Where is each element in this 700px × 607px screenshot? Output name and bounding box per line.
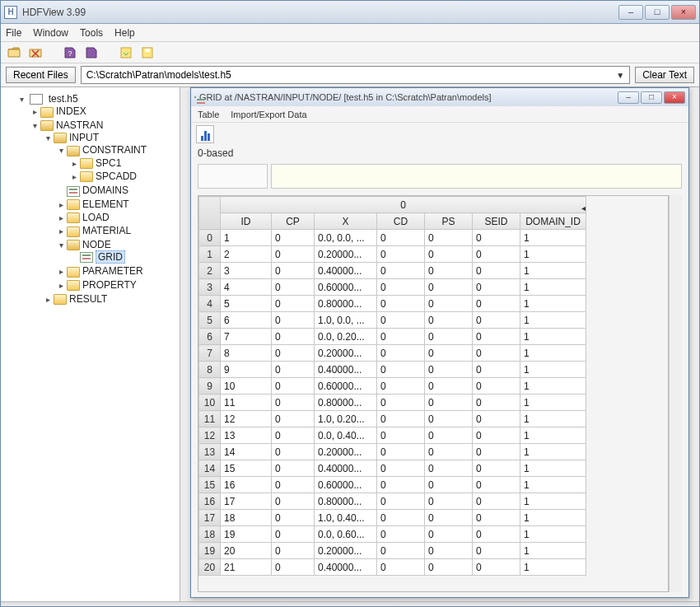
table-row[interactable]: 161700.80000...0001 xyxy=(199,493,586,510)
cell-cp[interactable]: 0 xyxy=(272,329,315,345)
col-header-seid[interactable]: SEID xyxy=(473,213,520,230)
cell-x[interactable]: 1.0, 0.40... xyxy=(315,510,377,526)
help-book-button[interactable] xyxy=(83,44,100,61)
table-row[interactable]: 202100.40000...0001 xyxy=(199,559,586,576)
cell-ps[interactable]: 0 xyxy=(425,362,473,378)
close-file-button[interactable] xyxy=(27,44,44,61)
table-scroll[interactable]: 0 ◂ ID CP X CD PS S xyxy=(198,195,669,592)
cell-id[interactable]: 10 xyxy=(221,378,272,395)
cell-cd[interactable]: 0 xyxy=(377,312,425,329)
col-header-ps[interactable]: PS xyxy=(425,213,473,230)
cell-cp[interactable]: 0 xyxy=(272,477,315,493)
table-row[interactable]: 171801.0, 0.40...0001 xyxy=(199,510,586,526)
table-row[interactable]: 181900.0, 0.60...0001 xyxy=(199,526,586,543)
cell-ps[interactable]: 0 xyxy=(425,312,473,329)
menu-tools[interactable]: Tools xyxy=(80,27,103,39)
cell-seid[interactable]: 0 xyxy=(473,444,520,460)
cell-seid[interactable]: 0 xyxy=(473,510,520,526)
recent-files-button[interactable]: Recent Files xyxy=(6,67,76,83)
row-header[interactable]: 3 xyxy=(199,279,221,296)
cell-ps[interactable]: 0 xyxy=(425,477,473,493)
toggle-icon[interactable]: ▸ xyxy=(70,159,78,168)
row-header[interactable]: 19 xyxy=(199,543,221,559)
cell-x[interactable]: 0.0, 0.40... xyxy=(315,427,377,444)
cell-domain[interactable]: 1 xyxy=(520,444,586,460)
inner-menu-import-export[interactable]: Import/Export Data xyxy=(231,110,306,119)
cell-cp[interactable]: 0 xyxy=(272,427,315,444)
cell-domain[interactable]: 1 xyxy=(520,329,586,345)
row-header[interactable]: 5 xyxy=(199,312,221,329)
cell-seid[interactable]: 0 xyxy=(473,559,520,576)
cell-cp[interactable]: 0 xyxy=(272,279,315,296)
col-header-cd[interactable]: CD xyxy=(377,213,425,230)
cell-cd[interactable]: 0 xyxy=(377,526,425,543)
cell-ps[interactable]: 0 xyxy=(425,345,473,362)
cell-domain[interactable]: 1 xyxy=(520,493,586,510)
cell-domain[interactable]: 1 xyxy=(520,362,586,378)
cell-cp[interactable]: 0 xyxy=(272,296,315,312)
cell-cd[interactable]: 0 xyxy=(377,411,425,427)
toggle-icon[interactable]: ▾ xyxy=(57,146,65,155)
cell-cp[interactable]: 0 xyxy=(272,526,315,543)
toggle-icon[interactable]: ▸ xyxy=(57,267,65,276)
table-row[interactable]: 141500.40000...0001 xyxy=(199,460,586,477)
cell-domain[interactable]: 1 xyxy=(520,279,586,296)
cell-ps[interactable]: 0 xyxy=(425,493,473,510)
cell-domain[interactable]: 1 xyxy=(520,526,586,543)
cell-id[interactable]: 12 xyxy=(221,411,272,427)
scroll-right-icon[interactable]: ◂ xyxy=(581,203,586,212)
cell-x[interactable]: 0.0, 0.20... xyxy=(315,329,377,345)
open-file-button[interactable] xyxy=(6,44,22,61)
cell-id[interactable]: 7 xyxy=(221,329,272,345)
cell-ps[interactable]: 0 xyxy=(425,378,473,395)
table-row[interactable]: 3400.60000...0001 xyxy=(199,279,586,296)
toggle-icon[interactable]: ▾ xyxy=(57,240,65,250)
cell-cd[interactable]: 0 xyxy=(377,559,425,576)
cell-id[interactable]: 20 xyxy=(221,543,272,559)
cell-cd[interactable]: 0 xyxy=(377,345,425,362)
cell-seid[interactable]: 0 xyxy=(473,378,520,395)
table-row[interactable]: 192000.20000...0001 xyxy=(199,543,586,559)
cell-ps[interactable]: 0 xyxy=(425,246,473,263)
cell-seid[interactable]: 0 xyxy=(473,526,520,543)
cell-seid[interactable]: 0 xyxy=(473,230,520,246)
col-group-header[interactable]: 0 ◂ xyxy=(221,197,586,213)
col-header-cp[interactable]: CP xyxy=(272,213,315,230)
row-header[interactable]: 18 xyxy=(199,526,221,543)
table-row[interactable]: 111201.0, 0.20...0001 xyxy=(199,411,586,427)
cell-domain[interactable]: 1 xyxy=(520,411,586,427)
cell-cd[interactable]: 0 xyxy=(377,543,425,559)
cell-domain[interactable]: 1 xyxy=(520,378,586,395)
cell-x[interactable]: 0.20000... xyxy=(315,444,377,460)
table-row[interactable]: 0100.0, 0.0, ...0001 xyxy=(199,230,586,246)
cell-ps[interactable]: 0 xyxy=(425,329,473,345)
row-header[interactable]: 12 xyxy=(199,427,221,444)
tree-node-element[interactable]: ▸ELEMENT xyxy=(57,198,176,211)
cell-x[interactable]: 0.80000... xyxy=(315,296,377,312)
row-header[interactable]: 10 xyxy=(199,395,221,411)
chart-button[interactable] xyxy=(196,125,214,143)
tree-node-load[interactable]: ▸LOAD xyxy=(57,211,176,224)
row-header[interactable]: 11 xyxy=(199,411,221,427)
titlebar[interactable]: H HDFView 3.99 – □ × xyxy=(1,1,699,24)
cell-cp[interactable]: 0 xyxy=(272,263,315,279)
cell-cp[interactable]: 0 xyxy=(272,230,315,246)
cell-ps[interactable]: 0 xyxy=(425,444,473,460)
help-contents-button[interactable]: ? xyxy=(62,44,78,61)
row-header[interactable]: 14 xyxy=(199,460,221,477)
grid-window-titlebar[interactable]: GRID at /NASTRAN/INPUT/NODE/ [test.h5 in… xyxy=(191,88,688,106)
cell-domain[interactable]: 1 xyxy=(520,543,586,559)
tree-node-property[interactable]: ▸PROPERTY xyxy=(57,278,176,292)
cell-id[interactable]: 11 xyxy=(221,395,272,411)
cell-domain[interactable]: 1 xyxy=(520,559,586,576)
cell-x[interactable]: 0.40000... xyxy=(315,460,377,477)
cell-cd[interactable]: 0 xyxy=(377,362,425,378)
cell-id[interactable]: 3 xyxy=(221,263,272,279)
menu-file[interactable]: File xyxy=(6,27,21,39)
tree-root[interactable]: ▾ test.h5 ▸INDEX ▾NASTRAN ▾INPUT ▾CONSTR… xyxy=(17,92,176,307)
cell-cp[interactable]: 0 xyxy=(272,543,315,559)
row-header[interactable]: 8 xyxy=(199,362,221,378)
cell-domain[interactable]: 1 xyxy=(520,296,586,312)
tree-pane[interactable]: ▾ test.h5 ▸INDEX ▾NASTRAN ▾INPUT ▾CONSTR… xyxy=(1,87,180,601)
cell-x[interactable]: 0.40000... xyxy=(315,263,377,279)
